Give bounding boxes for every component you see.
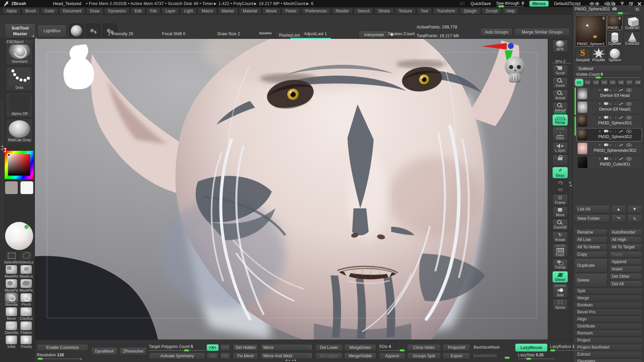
- visibility-tab[interactable]: V5: [609, 79, 616, 86]
- subtool-section-header[interactable]: Subtool: [575, 65, 642, 72]
- tool-item-sphere[interactable]: Sphere: [607, 48, 622, 62]
- subtool-operation-row[interactable]: Remesh: [574, 330, 643, 337]
- shelf-button[interactable]: Zoom: [552, 77, 568, 88]
- sv-cursor[interactable]: [7, 154, 10, 157]
- back-mask-int-button[interactable]: BackMaskInt: [474, 353, 505, 359]
- menu-item[interactable]: Material: [239, 8, 261, 14]
- shelf-button[interactable]: lne Fill PolyF: [552, 244, 568, 258]
- subtool-scrollbar-2[interactable]: [575, 116, 576, 136]
- mirror-button[interactable]: Mirror∷: [260, 344, 313, 351]
- move-up-button[interactable]: ▲: [611, 205, 626, 213]
- shelf-button[interactable]: Transp: [552, 259, 568, 270]
- visibility-tab[interactable]: V4: [600, 79, 608, 86]
- move-out-folder-button[interactable]: ↷: [611, 215, 626, 223]
- shelf-button[interactable]: Zoom3D: [552, 219, 568, 230]
- polypaint-icon[interactable]: [604, 130, 607, 133]
- sym-m-button[interactable]: >M<: [220, 353, 230, 359]
- paint-brush-icon[interactable]: [619, 116, 624, 119]
- brush-shortcut[interactable]: MaskPe: [4, 279, 19, 292]
- polypaint-icon[interactable]: [604, 102, 607, 106]
- duplicate-button[interactable]: Duplicate: [575, 258, 607, 273]
- subtool-operation-row[interactable]: Project: [574, 337, 643, 344]
- close-holes-button[interactable]: Close Holes: [407, 344, 441, 351]
- sidebar-divider-track[interactable]: [1, 99, 4, 240]
- close-icon[interactable]: [638, 2, 641, 6]
- auto-groups-button[interactable]: Auto Groups: [480, 28, 513, 36]
- menu-item[interactable]: Render: [332, 8, 353, 14]
- visibility-tab[interactable]: V8: [634, 79, 642, 86]
- subtool-row[interactable]: ▼ ◐ ◑ Demon Elf Head: [577, 87, 642, 100]
- sdiv-slider[interactable]: SDiv 4: [379, 344, 405, 351]
- paint-brush-icon[interactable]: [619, 157, 624, 161]
- menu-item[interactable]: Draw: [86, 8, 103, 14]
- fix-mesh-button[interactable]: Fix Mesh: [233, 353, 258, 359]
- quicksave-button[interactable]: QuickSave: [471, 1, 491, 6]
- shade-half-icon[interactable]: ◐: [610, 88, 612, 92]
- visibility-eye-icon[interactable]: [626, 88, 632, 92]
- secondary-color-swatch[interactable]: [20, 181, 34, 194]
- visibility-eye-icon[interactable]: [626, 130, 632, 133]
- tool-item-cylinder[interactable]: Cylinde: [607, 31, 622, 46]
- paint-brush-icon[interactable]: [619, 102, 624, 106]
- lazy-radius-knob[interactable]: [550, 349, 555, 352]
- brush-shortcut[interactable]: MaskPe: [19, 279, 34, 292]
- delete-button[interactable]: Delete: [575, 273, 607, 287]
- menu-item[interactable]: Alpha: [3, 8, 20, 14]
- tool-item-big[interactable]: 6 PM3D_Sphere3: [575, 15, 606, 46]
- shade-half-icon[interactable]: ◐: [610, 130, 612, 133]
- all-to-target-button[interactable]: All To Target: [609, 244, 642, 250]
- shelf-button[interactable]: Ghost: [552, 271, 568, 283]
- visible-count-knob[interactable]: [595, 76, 601, 79]
- menu-item[interactable]: Edit: [131, 8, 145, 14]
- shade-half-icon[interactable]: ◐: [610, 102, 612, 106]
- visibility-eye-icon[interactable]: [626, 143, 632, 147]
- tool-item-cone[interactable]: Cone3D: [624, 31, 641, 46]
- append-bottom-button[interactable]: Append: [379, 353, 405, 359]
- drop-arrow-icon[interactable]: ▼: [598, 102, 601, 106]
- menu-item[interactable]: Macro: [198, 8, 216, 14]
- shelf-button[interactable]: [552, 179, 568, 186]
- lightbox-button[interactable]: LightBox: [38, 25, 66, 38]
- menu-item[interactable]: File: [147, 8, 160, 14]
- all-to-home-button[interactable]: All To Home: [575, 244, 607, 250]
- visibility-tab[interactable]: V6: [617, 79, 625, 86]
- subtool-operation-row[interactable]: Boolean: [574, 302, 643, 308]
- shelf-button[interactable]: L.Sym: [552, 142, 568, 154]
- shelf-divider-arrows[interactable]: ▶◀: [569, 181, 572, 187]
- polypaint-icon[interactable]: [604, 143, 607, 147]
- del-hidden-button[interactable]: Del Hidden: [233, 344, 258, 351]
- target-polygons-knob[interactable]: [184, 349, 189, 352]
- enable-customize-button[interactable]: Enable Customize: [37, 344, 88, 351]
- brush-shortcut[interactable]: DamSta: [4, 321, 19, 335]
- view-toggle-button[interactable]: FillObject: [5, 39, 34, 45]
- subtool-row[interactable]: ▼ ◐ ◑ PM3D_Cube3D1: [577, 156, 642, 169]
- del-other-button[interactable]: Del Other: [609, 273, 642, 280]
- visibility-eye-icon[interactable]: [626, 102, 632, 106]
- restore-config-button[interactable]: R: [633, 7, 641, 13]
- drop-arrow-icon[interactable]: ▼: [598, 116, 601, 119]
- shade-half-icon[interactable]: ◐: [610, 157, 612, 161]
- del-higher-button[interactable]: Del Higher: [315, 353, 343, 359]
- del-all-button[interactable]: Del All: [609, 281, 642, 287]
- paint-brush-icon[interactable]: [619, 130, 624, 133]
- subtool-operation-row[interactable]: Extract: [574, 351, 643, 358]
- activate-symmetry-button[interactable]: Activate Symmetry: [149, 353, 205, 359]
- shade-half-icon[interactable]: ◐: [610, 116, 612, 119]
- see-through-slider[interactable]: See-through 0: [496, 1, 524, 7]
- backface-mask-button[interactable]: BackfaceMask: [474, 344, 511, 351]
- tray-divider-handle[interactable]: ◀▲▲▶: [285, 359, 297, 362]
- paint-brush-icon[interactable]: [619, 88, 624, 92]
- subtool-operation-row[interactable]: Merge: [574, 295, 643, 301]
- menu-item[interactable]: Stroke: [375, 8, 394, 14]
- shelf-button[interactable]: Rotate: [552, 231, 568, 243]
- menu-item[interactable]: Texture: [395, 8, 416, 14]
- contrast-icon[interactable]: ◑: [614, 88, 616, 92]
- shelf-button[interactable]: Dynamic Persp: [552, 114, 568, 126]
- visibility-tab[interactable]: V3: [592, 79, 600, 86]
- drop-arrow-icon[interactable]: ▼: [598, 88, 601, 92]
- material-preview-sphere[interactable]: [5, 222, 33, 250]
- subtool-operation-row[interactable]: Bevel Pro: [574, 309, 643, 315]
- document-canvas[interactable]: [35, 39, 548, 340]
- sidebar-divider-arrows[interactable]: ◀◀: [1, 145, 3, 151]
- merge-down-button[interactable]: MergeDown: [344, 344, 376, 351]
